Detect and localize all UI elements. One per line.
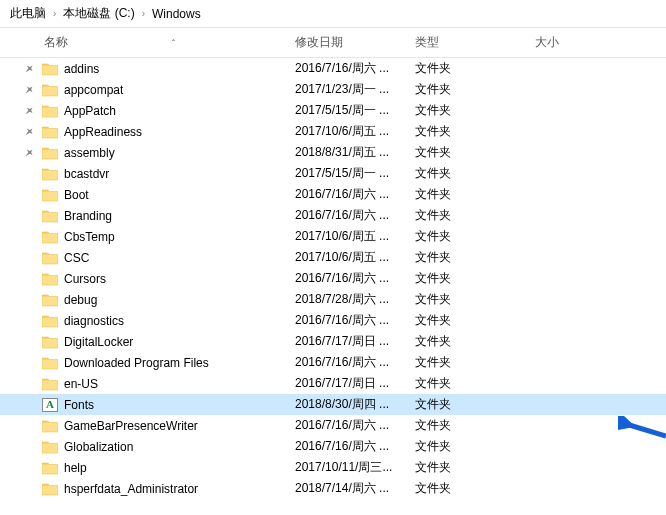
- file-name: bcastdvr: [60, 167, 295, 181]
- file-row[interactable]: CSC2017/10/6/周五 ...文件夹: [0, 247, 666, 268]
- file-type: 文件夹: [415, 144, 535, 161]
- file-name: Downloaded Program Files: [60, 356, 295, 370]
- folder-icon: [40, 251, 60, 265]
- fonts-icon: A: [40, 398, 60, 412]
- file-row[interactable]: assembly2018/8/31/周五 ...文件夹: [0, 142, 666, 163]
- file-name: en-US: [60, 377, 295, 391]
- file-row[interactable]: Branding2016/7/16/周六 ...文件夹: [0, 205, 666, 226]
- file-date: 2018/8/30/周四 ...: [295, 396, 415, 413]
- file-date: 2017/5/15/周一 ...: [295, 165, 415, 182]
- file-type: 文件夹: [415, 375, 535, 392]
- column-header-date[interactable]: 修改日期: [295, 34, 415, 51]
- file-type: 文件夹: [415, 291, 535, 308]
- file-row[interactable]: appcompat2017/1/23/周一 ...文件夹: [0, 79, 666, 100]
- file-row[interactable]: Globalization2016/7/16/周六 ...文件夹: [0, 436, 666, 457]
- file-list: addins2016/7/16/周六 ...文件夹appcompat2017/1…: [0, 58, 666, 499]
- file-row[interactable]: DigitalLocker2016/7/17/周日 ...文件夹: [0, 331, 666, 352]
- file-date: 2017/5/15/周一 ...: [295, 102, 415, 119]
- file-row[interactable]: AFonts2018/8/30/周四 ...文件夹: [0, 394, 666, 415]
- file-type: 文件夹: [415, 207, 535, 224]
- file-row[interactable]: bcastdvr2017/5/15/周一 ...文件夹: [0, 163, 666, 184]
- chevron-right-icon[interactable]: ›: [139, 8, 148, 19]
- file-name: Fonts: [60, 398, 295, 412]
- folder-icon: [40, 377, 60, 391]
- folder-icon: [40, 482, 60, 496]
- folder-icon: [40, 125, 60, 139]
- file-row[interactable]: en-US2016/7/17/周日 ...文件夹: [0, 373, 666, 394]
- file-date: 2016/7/16/周六 ...: [295, 207, 415, 224]
- chevron-right-icon[interactable]: ›: [50, 8, 59, 19]
- file-type: 文件夹: [415, 60, 535, 77]
- file-row[interactable]: addins2016/7/16/周六 ...文件夹: [0, 58, 666, 79]
- file-row[interactable]: Cursors2016/7/16/周六 ...文件夹: [0, 268, 666, 289]
- file-row[interactable]: AppReadiness2017/10/6/周五 ...文件夹: [0, 121, 666, 142]
- column-header-name-label: 名称: [44, 34, 68, 51]
- file-row[interactable]: AppPatch2017/5/15/周一 ...文件夹: [0, 100, 666, 121]
- folder-icon: [40, 209, 60, 223]
- file-type: 文件夹: [415, 459, 535, 476]
- file-date: 2016/7/17/周日 ...: [295, 333, 415, 350]
- file-type: 文件夹: [415, 186, 535, 203]
- file-row[interactable]: diagnostics2016/7/16/周六 ...文件夹: [0, 310, 666, 331]
- file-date: 2016/7/17/周日 ...: [295, 375, 415, 392]
- file-date: 2016/7/16/周六 ...: [295, 354, 415, 371]
- file-row[interactable]: GameBarPresenceWriter2016/7/16/周六 ...文件夹: [0, 415, 666, 436]
- file-type: 文件夹: [415, 417, 535, 434]
- pin-icon: [18, 127, 40, 137]
- file-date: 2018/7/28/周六 ...: [295, 291, 415, 308]
- file-name: appcompat: [60, 83, 295, 97]
- folder-icon: [40, 62, 60, 76]
- file-type: 文件夹: [415, 354, 535, 371]
- file-date: 2017/10/6/周五 ...: [295, 228, 415, 245]
- breadcrumb-seg-folder[interactable]: Windows: [152, 7, 201, 21]
- file-name: AppReadiness: [60, 125, 295, 139]
- file-row[interactable]: help2017/10/11/周三...文件夹: [0, 457, 666, 478]
- folder-icon: [40, 440, 60, 454]
- file-name: help: [60, 461, 295, 475]
- file-row[interactable]: hsperfdata_Administrator2018/7/14/周六 ...…: [0, 478, 666, 499]
- file-name: debug: [60, 293, 295, 307]
- column-header-size[interactable]: 大小: [535, 34, 615, 51]
- folder-icon: [40, 335, 60, 349]
- file-type: 文件夹: [415, 396, 535, 413]
- folder-icon: [40, 104, 60, 118]
- file-name: CSC: [60, 251, 295, 265]
- file-type: 文件夹: [415, 228, 535, 245]
- file-type: 文件夹: [415, 438, 535, 455]
- breadcrumb[interactable]: 此电脑 › 本地磁盘 (C:) › Windows: [0, 0, 666, 28]
- file-date: 2018/8/31/周五 ...: [295, 144, 415, 161]
- file-type: 文件夹: [415, 249, 535, 266]
- file-name: GameBarPresenceWriter: [60, 419, 295, 433]
- column-header-type[interactable]: 类型: [415, 34, 535, 51]
- file-date: 2018/7/14/周六 ...: [295, 480, 415, 497]
- sort-asc-icon: ˆ: [172, 38, 175, 48]
- pin-icon: [18, 148, 40, 158]
- column-header-name[interactable]: 名称 ˆ: [40, 34, 295, 51]
- breadcrumb-seg-drive[interactable]: 本地磁盘 (C:): [63, 5, 134, 22]
- file-row[interactable]: Downloaded Program Files2016/7/16/周六 ...…: [0, 352, 666, 373]
- folder-icon: [40, 167, 60, 181]
- file-date: 2017/1/23/周一 ...: [295, 81, 415, 98]
- folder-icon: [40, 419, 60, 433]
- folder-icon: [40, 272, 60, 286]
- file-type: 文件夹: [415, 102, 535, 119]
- file-name: CbsTemp: [60, 230, 295, 244]
- file-name: diagnostics: [60, 314, 295, 328]
- file-date: 2016/7/16/周六 ...: [295, 438, 415, 455]
- folder-icon: [40, 461, 60, 475]
- file-row[interactable]: CbsTemp2017/10/6/周五 ...文件夹: [0, 226, 666, 247]
- file-name: Branding: [60, 209, 295, 223]
- folder-icon: [40, 293, 60, 307]
- folder-icon: [40, 314, 60, 328]
- file-date: 2017/10/6/周五 ...: [295, 123, 415, 140]
- file-row[interactable]: debug2018/7/28/周六 ...文件夹: [0, 289, 666, 310]
- file-date: 2017/10/11/周三...: [295, 459, 415, 476]
- file-type: 文件夹: [415, 270, 535, 287]
- file-type: 文件夹: [415, 480, 535, 497]
- pin-icon: [18, 85, 40, 95]
- file-row[interactable]: Boot2016/7/16/周六 ...文件夹: [0, 184, 666, 205]
- file-type: 文件夹: [415, 312, 535, 329]
- pin-icon: [18, 64, 40, 74]
- file-name: addins: [60, 62, 295, 76]
- breadcrumb-seg-pc[interactable]: 此电脑: [10, 5, 46, 22]
